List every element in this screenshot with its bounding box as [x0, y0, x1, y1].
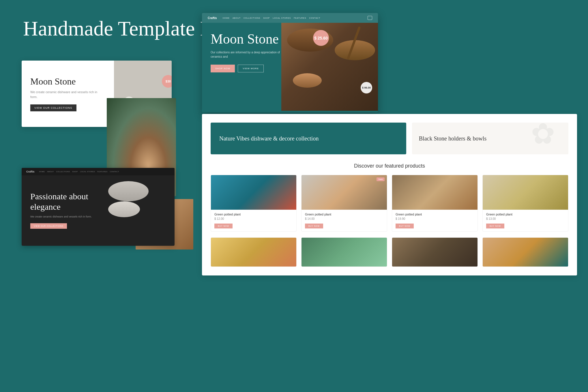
right-nav-shop[interactable]: SHOP [263, 17, 270, 19]
collection-row: Nature Vibes dishware & decore collectio… [202, 114, 577, 160]
dark-hero: Passionate about elegance We create cera… [22, 175, 175, 245]
moonstone-cta-button[interactable]: VIEW OUR COLLECTIONS [30, 104, 76, 111]
buy-now-button-3[interactable]: BUY NOW [396, 224, 414, 228]
cart-icon[interactable] [368, 16, 372, 20]
right-nav-logo: Craftis [208, 16, 217, 20]
nav-features[interactable]: FEATURES [97, 171, 108, 172]
price-bubble-small: $30 [162, 75, 172, 88]
page-title: Handmade Template Kit [23, 17, 226, 40]
collection-teal-title: Nature Vibes dishware & decore collectio… [219, 135, 398, 142]
moonstone-subtitle: We create ceramic dishware and vessels r… [30, 90, 105, 99]
collection-teal-block[interactable]: Nature Vibes dishware & decore collectio… [211, 123, 406, 154]
dark-nav-logo: Craftis [26, 170, 35, 173]
product-price-1: $ 12.00 [214, 217, 293, 220]
shop-now-button[interactable]: SHOP NOW [211, 65, 235, 72]
collection-light-block[interactable]: Black Stone holders & bowls ✿ [412, 123, 568, 154]
right-nav-contact[interactable]: CONTACT [309, 17, 320, 19]
product-card-3: Green potted plant $ 19.90 BUY NOW [392, 175, 478, 232]
product-name-2: Green potted plant [305, 213, 383, 216]
product-card-7 [392, 237, 478, 267]
right-nav-collections[interactable]: COLLECTIONS [244, 17, 260, 19]
buy-now-button-2[interactable]: BUY NOW [305, 224, 323, 228]
product-info-3: Green potted plant $ 19.90 BUY NOW [392, 210, 477, 231]
dark-nav-items: HOME ABOUT COLLECTIONS SHOP LOCAL STORES… [39, 171, 119, 172]
nav-home[interactable]: HOME [39, 171, 45, 172]
right-nav: Craftis HOME ABOUT COLLECTIONS SHOP LOCA… [202, 13, 378, 23]
buy-now-button-4[interactable]: BUY NOW [486, 224, 504, 228]
right-hero-subtitle: Our collections are informed by a deep a… [211, 50, 290, 59]
product-card-1: Green potted plant $ 12.00 BUY NOW [211, 175, 297, 232]
product-name-4: Green potted plant [486, 213, 565, 216]
right-nav-items: HOME ABOUT COLLECTIONS SHOP LOCAL STORES… [223, 17, 321, 19]
right-hero: Moon Stone Our collections are informed … [202, 23, 378, 111]
sale-badge: Sale [377, 177, 385, 181]
product-image-7 [392, 238, 477, 267]
nav-collections[interactable]: COLLECTIONS [56, 171, 70, 172]
right-nav-features[interactable]: FEATURES [294, 17, 306, 19]
right-hero-content: Moon Stone Our collections are informed … [202, 23, 299, 111]
price-bubble-large: $ 25.60 [313, 30, 329, 46]
product-info-2: Green potted plant $ 14.00 BUY NOW [302, 210, 387, 231]
product-info-4: Green potted plant $ 13.00 BUY NOW [483, 210, 568, 231]
product-image-5 [211, 238, 296, 267]
product-price-4: $ 13.00 [486, 217, 565, 220]
product-image-1 [211, 175, 296, 210]
bowl-shape-1 [108, 181, 149, 201]
dark-nav: Craftis HOME ABOUT COLLECTIONS SHOP LOCA… [22, 168, 175, 175]
dark-hero-bowls [108, 181, 166, 239]
bowl-shape-2 [108, 201, 140, 217]
right-nav-local[interactable]: LOCAL STORES [273, 17, 291, 19]
right-mockup: Craftis HOME ABOUT COLLECTIONS SHOP LOCA… [202, 13, 378, 112]
dark-cta-button[interactable]: VIEW OUR COLLECTIONS [30, 223, 67, 229]
product-card-2: Sale Green potted plant $ 14.00 BUY NOW [301, 175, 387, 232]
product-image-8 [483, 238, 568, 267]
nav-contact[interactable]: CONTACT [110, 171, 119, 172]
view-more-button[interactable]: VIEW MORE [238, 65, 264, 72]
product-info-1: Green potted plant $ 12.00 BUY NOW [211, 210, 296, 231]
right-hero-title: Moon Stone [211, 31, 290, 47]
product-card-6 [301, 237, 387, 267]
products-grid-row1: Green potted plant $ 12.00 BUY NOW Sale … [202, 175, 577, 237]
product-price-3: $ 19.90 [396, 217, 474, 220]
product-image-3 [392, 175, 477, 210]
product-price-2: $ 14.00 [305, 217, 383, 220]
buy-now-button-1[interactable]: BUY NOW [214, 224, 233, 228]
product-image-2: Sale [302, 175, 387, 210]
product-name-3: Green potted plant [396, 213, 474, 216]
dark-hero-title: Passionate about elegance [30, 191, 108, 212]
right-nav-home[interactable]: HOME [223, 17, 230, 19]
product-image-6 [302, 238, 387, 267]
nav-local-stores[interactable]: LOCAL STORES [80, 171, 95, 172]
floral-overlay-icon: ✿ [531, 123, 568, 154]
product-card-4: Green potted plant $ 13.00 BUY NOW [482, 175, 568, 232]
moonstone-title: Moon Stone [30, 76, 105, 87]
right-nav-about[interactable]: ABOUT [233, 17, 241, 19]
dark-hero-subtitle: We create ceramic dishware and vessels r… [30, 215, 108, 219]
product-sections-panel: Nature Vibes dishware & decore collectio… [202, 114, 577, 275]
nav-shop[interactable]: SHOP [72, 171, 78, 172]
dark-mockup: Craftis HOME ABOUT COLLECTIONS SHOP LOCA… [22, 168, 175, 246]
hero-buttons: SHOP NOW VIEW MORE [211, 65, 290, 72]
product-card-5 [211, 237, 297, 267]
price-bubble-small-2: $ 96.00 [361, 82, 372, 93]
product-image-4 [483, 175, 568, 210]
dark-hero-text: Passionate about elegance We create cera… [30, 191, 108, 229]
discover-title: Discover our featured products [202, 160, 577, 175]
product-name-1: Green potted plant [214, 213, 293, 216]
product-card-8 [482, 237, 568, 267]
products-grid-row2 [202, 237, 577, 275]
nav-about[interactable]: ABOUT [47, 171, 54, 172]
